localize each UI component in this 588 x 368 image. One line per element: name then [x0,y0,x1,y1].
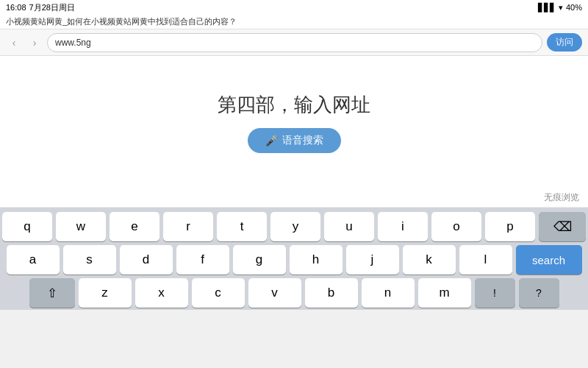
key-u[interactable]: u [324,212,374,241]
date-display: 7月28日周日 [29,2,75,13]
key-i[interactable]: i [378,212,428,241]
key-question[interactable]: ? [519,278,559,308]
key-r[interactable]: r [163,212,213,241]
battery-display: 40% [566,3,582,12]
page-title: 小视频黄站网黄_如何在小视频黄站网黄中找到适合自己的内容？ [6,16,237,27]
voice-search-button[interactable]: 🎤 语音搜索 [248,128,341,153]
key-g[interactable]: g [233,245,286,275]
mic-icon: 🎤 [265,135,278,146]
key-shift[interactable]: ⇧ [29,278,75,308]
forward-button[interactable]: › [26,35,43,51]
browser-bar: ‹ › www.5ng 访问 [0,29,588,56]
main-content: 第四部，输入网址 🎤 语音搜索 [0,56,588,188]
key-backspace[interactable]: ⌫ [539,212,586,241]
key-e[interactable]: e [110,212,159,241]
key-v[interactable]: v [248,278,301,308]
status-bar: 16:08 7月28日周日 ▋▋▋ ▾ 40% [0,0,588,15]
time-display: 16:08 [6,3,26,12]
back-button[interactable]: ‹ [6,35,22,51]
url-text: www.5ng [55,38,91,48]
key-x[interactable]: x [135,278,188,308]
keyboard-row-3: ⇧ z x c v b n m ! ? [2,278,586,308]
key-exclamation[interactable]: ! [475,278,515,308]
key-j[interactable]: j [346,245,399,275]
key-l[interactable]: l [459,245,512,275]
key-a[interactable]: a [7,245,60,275]
wifi-icon: ▾ [559,3,563,13]
key-t[interactable]: t [217,212,267,241]
no-trace-bar: 无痕浏览 [0,188,588,208]
key-q[interactable]: q [2,212,52,241]
key-o[interactable]: o [431,212,481,241]
keyboard-row-2: a s d f g h j k l search [2,245,586,275]
voice-search-label: 语音搜索 [282,134,323,147]
key-p[interactable]: p [485,212,535,241]
key-d[interactable]: d [120,245,173,275]
key-h[interactable]: h [290,245,343,275]
visit-button[interactable]: 访问 [547,33,582,52]
keyboard-row-1: q w e r t y u i o p ⌫ [2,212,586,241]
key-f[interactable]: f [176,245,229,275]
keyboard: q w e r t y u i o p ⌫ a s d f g h j k l … [0,208,588,310]
key-k[interactable]: k [403,245,456,275]
key-b[interactable]: b [305,278,358,308]
title-bar: 小视频黄站网黄_如何在小视频黄站网黄中找到适合自己的内容？ [0,15,588,29]
no-trace-label: 无痕浏览 [544,191,579,204]
key-m[interactable]: m [418,278,471,308]
key-search[interactable]: search [516,245,582,275]
key-c[interactable]: c [192,278,245,308]
key-w[interactable]: w [56,212,106,241]
key-z[interactable]: z [79,278,132,308]
main-title: 第四部，输入网址 [218,92,370,118]
key-n[interactable]: n [362,278,415,308]
signal-icon: ▋▋▋ [538,3,556,13]
key-y[interactable]: y [270,212,320,241]
url-input[interactable]: www.5ng [47,33,542,52]
key-s[interactable]: s [63,245,116,275]
